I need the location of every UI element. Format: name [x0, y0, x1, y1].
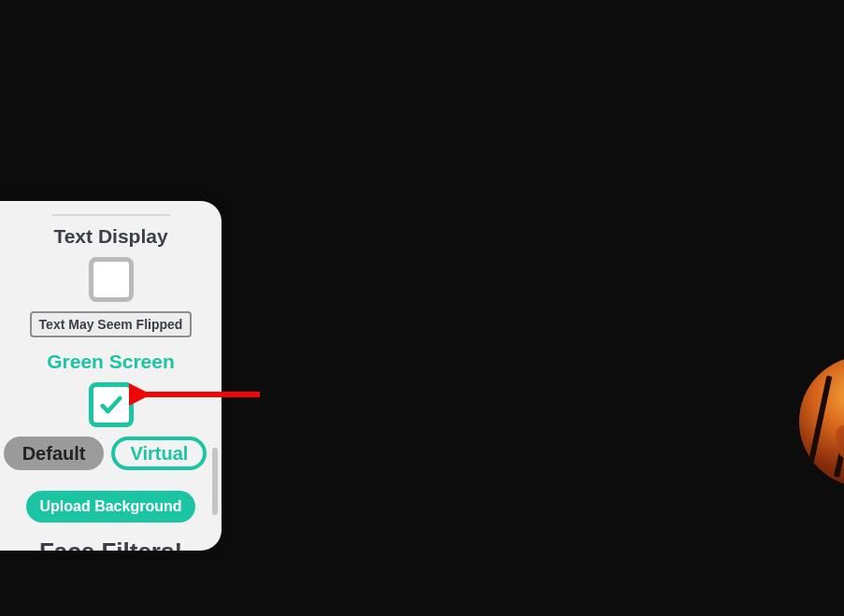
panel-scrollbar[interactable]: [212, 448, 218, 515]
flipped-text-warning: Text May Seem Flipped: [30, 311, 193, 337]
text-display-checkbox[interactable]: [89, 257, 134, 302]
settings-panel-inner: Text Display Text May Seem Flipped Green…: [0, 201, 222, 551]
section-divider: [52, 214, 170, 216]
green-screen-checkbox[interactable]: [89, 382, 134, 427]
face-filters-title: Face Filters!: [0, 537, 222, 551]
green-screen-title: Green Screen: [0, 351, 222, 373]
mode-virtual-button[interactable]: Virtual: [111, 437, 207, 470]
green-screen-mode-toggle: Default Virtual: [0, 437, 222, 470]
upload-background-button[interactable]: Upload Background: [26, 491, 194, 523]
settings-panel: Text Display Text May Seem Flipped Green…: [0, 201, 222, 551]
video-circle-thumbnail[interactable]: [799, 356, 844, 487]
partial-toggle-above[interactable]: [76, 201, 147, 203]
check-icon: [98, 392, 124, 418]
mode-default-button[interactable]: Default: [4, 437, 105, 470]
text-display-title: Text Display: [0, 225, 222, 248]
